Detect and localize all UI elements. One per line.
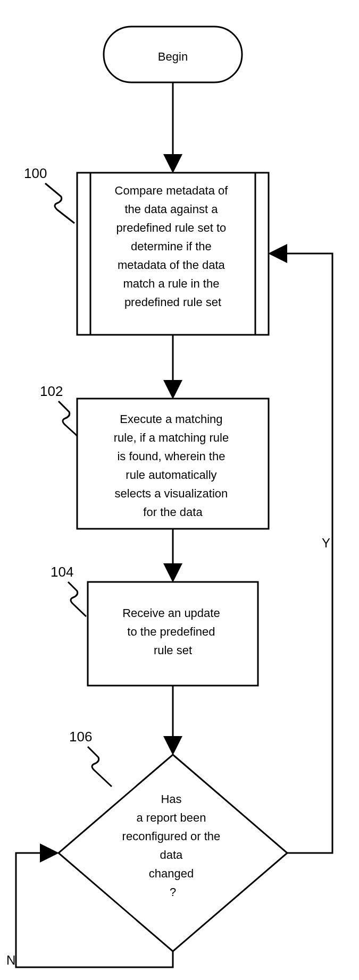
svg-text:106: 106 — [69, 729, 92, 745]
decision-106: Has a report been reconfigured or the da… — [59, 755, 287, 951]
step-102: Execute a matching rule, if a matching r… — [77, 399, 269, 529]
svg-text:Y: Y — [322, 536, 330, 550]
ref-106: 106 — [69, 729, 112, 787]
step-104: Receive an update to the predefined rule… — [88, 582, 258, 686]
svg-text:102: 102 — [40, 383, 63, 399]
svg-text:N: N — [6, 953, 15, 967]
ref-102: 102 — [40, 383, 77, 436]
svg-text:100: 100 — [24, 165, 47, 181]
step-100: Compare metadata of the data against a p… — [77, 173, 269, 335]
ref-100: 100 — [24, 165, 74, 223]
begin-text: Begin — [158, 50, 188, 63]
step-100-text: Compare metadata of the data against a p… — [115, 184, 231, 309]
flowchart: Begin Compare metadata of the data again… — [0, 0, 359, 980]
ref-104: 104 — [51, 564, 86, 616]
yes-branch: Y — [271, 254, 332, 853]
svg-text:104: 104 — [51, 564, 73, 580]
begin-node: Begin — [104, 27, 242, 82]
